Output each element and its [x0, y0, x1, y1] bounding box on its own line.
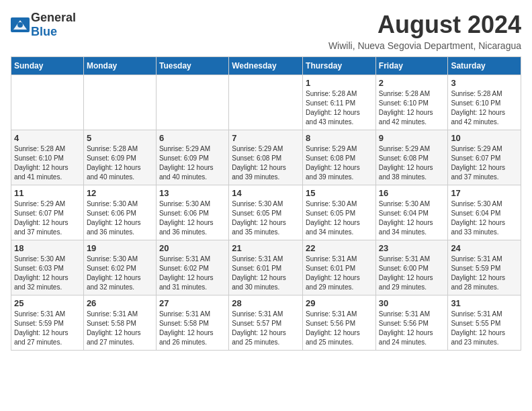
day-number: 25: [14, 298, 81, 308]
day-detail: Sunrise: 5:31 AMSunset: 5:57 PMDaylight:…: [232, 310, 300, 347]
day-number: 5: [87, 133, 153, 143]
calendar-cell: 12Sunrise: 5:30 AMSunset: 6:06 PMDayligh…: [83, 185, 156, 240]
calendar-cell: 26Sunrise: 5:31 AMSunset: 5:58 PMDayligh…: [83, 295, 156, 351]
calendar-table: SundayMondayTuesdayWednesdayThursdayFrid…: [11, 56, 521, 351]
calendar-cell: 22Sunrise: 5:31 AMSunset: 6:01 PMDayligh…: [303, 240, 376, 295]
calendar-cell: 9Sunrise: 5:29 AMSunset: 6:08 PMDaylight…: [375, 130, 448, 185]
calendar-cell: 14Sunrise: 5:30 AMSunset: 6:05 PMDayligh…: [229, 185, 303, 240]
day-number: 20: [159, 243, 226, 253]
calendar-cell: 31Sunrise: 5:31 AMSunset: 5:55 PMDayligh…: [448, 295, 521, 351]
day-number: 10: [451, 133, 518, 143]
logo: General Blue: [11, 11, 76, 39]
day-number: 4: [14, 133, 81, 143]
calendar-cell: [156, 75, 228, 130]
calendar-cell: 2Sunrise: 5:28 AMSunset: 6:10 PMDaylight…: [375, 75, 448, 130]
day-number: 17: [451, 188, 518, 198]
calendar-cell: [11, 75, 84, 130]
calendar-cell: 8Sunrise: 5:29 AMSunset: 6:08 PMDaylight…: [303, 130, 376, 185]
day-detail: Sunrise: 5:31 AMSunset: 5:56 PMDaylight:…: [379, 310, 445, 347]
day-detail: Sunrise: 5:31 AMSunset: 5:58 PMDaylight:…: [87, 310, 153, 347]
day-detail: Sunrise: 5:31 AMSunset: 5:55 PMDaylight:…: [451, 310, 518, 347]
day-detail: Sunrise: 5:30 AMSunset: 6:04 PMDaylight:…: [451, 199, 518, 237]
calendar-body: 1Sunrise: 5:28 AMSunset: 6:11 PMDaylight…: [11, 75, 521, 351]
day-detail: Sunrise: 5:28 AMSunset: 6:10 PMDaylight:…: [379, 89, 445, 127]
week-row-2: 4Sunrise: 5:28 AMSunset: 6:10 PMDaylight…: [11, 130, 521, 185]
calendar-cell: 7Sunrise: 5:29 AMSunset: 6:08 PMDaylight…: [229, 130, 303, 185]
calendar-cell: 13Sunrise: 5:30 AMSunset: 6:06 PMDayligh…: [156, 185, 228, 240]
calendar-cell: 28Sunrise: 5:31 AMSunset: 5:57 PMDayligh…: [229, 295, 303, 351]
calendar-cell: 18Sunrise: 5:30 AMSunset: 6:03 PMDayligh…: [11, 240, 84, 295]
calendar-cell: 4Sunrise: 5:28 AMSunset: 6:10 PMDaylight…: [11, 130, 84, 185]
calendar-cell: 21Sunrise: 5:31 AMSunset: 6:01 PMDayligh…: [229, 240, 303, 295]
day-detail: Sunrise: 5:31 AMSunset: 5:59 PMDaylight:…: [14, 310, 81, 347]
calendar-cell: 29Sunrise: 5:31 AMSunset: 5:56 PMDayligh…: [303, 295, 376, 351]
day-number: 27: [159, 298, 226, 308]
day-detail: Sunrise: 5:28 AMSunset: 6:09 PMDaylight:…: [87, 144, 153, 182]
day-number: 11: [14, 188, 81, 198]
day-detail: Sunrise: 5:31 AMSunset: 5:59 PMDaylight:…: [451, 255, 518, 292]
page-container: General Blue August 2024 Wiwili, Nueva S…: [11, 11, 521, 351]
day-detail: Sunrise: 5:30 AMSunset: 6:06 PMDaylight:…: [159, 199, 226, 237]
day-number: 14: [232, 188, 300, 198]
calendar-cell: 23Sunrise: 5:31 AMSunset: 6:00 PMDayligh…: [375, 240, 448, 295]
day-number: 8: [306, 133, 373, 143]
week-row-4: 18Sunrise: 5:30 AMSunset: 6:03 PMDayligh…: [11, 240, 521, 295]
day-detail: Sunrise: 5:30 AMSunset: 6:03 PMDaylight:…: [14, 255, 81, 292]
column-header-saturday: Saturday: [448, 57, 521, 75]
month-title: August 2024: [328, 11, 521, 39]
day-detail: Sunrise: 5:29 AMSunset: 6:07 PMDaylight:…: [451, 144, 518, 182]
day-number: 12: [87, 188, 153, 198]
day-detail: Sunrise: 5:31 AMSunset: 6:00 PMDaylight:…: [379, 255, 445, 292]
svg-point-2: [17, 22, 23, 28]
day-number: 26: [87, 298, 153, 308]
week-row-5: 25Sunrise: 5:31 AMSunset: 5:59 PMDayligh…: [11, 295, 521, 351]
calendar-cell: 15Sunrise: 5:30 AMSunset: 6:05 PMDayligh…: [303, 185, 376, 240]
calendar-cell: 19Sunrise: 5:30 AMSunset: 6:02 PMDayligh…: [83, 240, 156, 295]
calendar-cell: 10Sunrise: 5:29 AMSunset: 6:07 PMDayligh…: [448, 130, 521, 185]
day-number: 29: [306, 298, 373, 308]
calendar-cell: 3Sunrise: 5:28 AMSunset: 6:10 PMDaylight…: [448, 75, 521, 130]
day-number: 2: [379, 78, 445, 88]
day-detail: Sunrise: 5:31 AMSunset: 6:02 PMDaylight:…: [159, 255, 226, 292]
calendar-cell: 11Sunrise: 5:29 AMSunset: 6:07 PMDayligh…: [11, 185, 84, 240]
day-detail: Sunrise: 5:31 AMSunset: 6:01 PMDaylight:…: [306, 255, 373, 292]
calendar-cell: 27Sunrise: 5:31 AMSunset: 5:58 PMDayligh…: [156, 295, 228, 351]
header: General Blue August 2024 Wiwili, Nueva S…: [11, 11, 521, 51]
calendar-cell: 30Sunrise: 5:31 AMSunset: 5:56 PMDayligh…: [375, 295, 448, 351]
column-header-tuesday: Tuesday: [156, 57, 228, 75]
day-detail: Sunrise: 5:30 AMSunset: 6:02 PMDaylight:…: [87, 255, 153, 292]
day-detail: Sunrise: 5:28 AMSunset: 6:10 PMDaylight:…: [451, 89, 518, 127]
day-detail: Sunrise: 5:29 AMSunset: 6:09 PMDaylight:…: [159, 144, 226, 182]
day-number: 30: [379, 298, 445, 308]
day-number: 15: [306, 188, 373, 198]
day-number: 16: [379, 188, 445, 198]
column-header-sunday: Sunday: [11, 57, 84, 75]
calendar-cell: 16Sunrise: 5:30 AMSunset: 6:04 PMDayligh…: [375, 185, 448, 240]
column-header-friday: Friday: [375, 57, 448, 75]
logo-icon: [11, 17, 30, 32]
calendar-cell: 1Sunrise: 5:28 AMSunset: 6:11 PMDaylight…: [303, 75, 376, 130]
calendar-cell: [229, 75, 303, 130]
calendar-cell: 6Sunrise: 5:29 AMSunset: 6:09 PMDaylight…: [156, 130, 228, 185]
day-number: 3: [451, 78, 518, 88]
calendar-cell: 17Sunrise: 5:30 AMSunset: 6:04 PMDayligh…: [448, 185, 521, 240]
day-detail: Sunrise: 5:30 AMSunset: 6:04 PMDaylight:…: [379, 199, 445, 237]
day-number: 21: [232, 243, 300, 253]
logo-general-text: General: [31, 11, 76, 24]
day-number: 31: [451, 298, 518, 308]
day-number: 13: [159, 188, 226, 198]
day-detail: Sunrise: 5:31 AMSunset: 5:58 PMDaylight:…: [159, 310, 226, 347]
location: Wiwili, Nueva Segovia Department, Nicara…: [328, 40, 521, 51]
day-number: 22: [306, 243, 373, 253]
day-detail: Sunrise: 5:30 AMSunset: 6:05 PMDaylight:…: [232, 199, 300, 237]
day-detail: Sunrise: 5:30 AMSunset: 6:05 PMDaylight:…: [306, 199, 373, 237]
day-detail: Sunrise: 5:29 AMSunset: 6:08 PMDaylight:…: [379, 144, 445, 182]
calendar-cell: 5Sunrise: 5:28 AMSunset: 6:09 PMDaylight…: [83, 130, 156, 185]
day-detail: Sunrise: 5:28 AMSunset: 6:11 PMDaylight:…: [306, 89, 373, 127]
logo-blue-text: Blue: [31, 25, 57, 38]
day-detail: Sunrise: 5:29 AMSunset: 6:08 PMDaylight:…: [306, 144, 373, 182]
calendar-header: SundayMondayTuesdayWednesdayThursdayFrid…: [11, 57, 521, 75]
day-number: 18: [14, 243, 81, 253]
day-detail: Sunrise: 5:31 AMSunset: 5:56 PMDaylight:…: [306, 310, 373, 347]
column-header-thursday: Thursday: [303, 57, 376, 75]
